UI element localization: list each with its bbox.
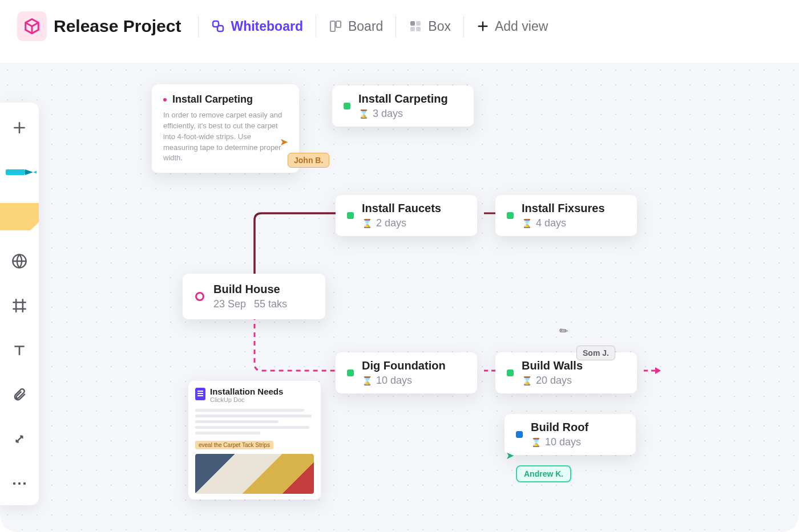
whiteboard-toolbar [0,103,39,505]
tab-add-view-label: Add view [495,19,548,34]
svg-rect-6 [410,27,415,31]
task-title: Build Walls [522,359,583,372]
doc-chip: eveal the Carpet Tack Strips [195,441,273,449]
task-card-carpeting[interactable]: Install Carpeting ⌛3 days [332,86,474,127]
project-icon [17,11,47,41]
status-icon [516,431,523,438]
svg-marker-19 [655,367,661,374]
task-card-walls[interactable]: Build Walls ⌛20 days [495,352,637,393]
hourglass-icon: ⌛ [522,218,532,229]
task-card-fixsures[interactable]: Install Fixsures ⌛4 days [495,195,637,236]
task-duration: 2 days [376,217,406,229]
parent-date: 23 Sep [213,298,246,310]
svg-marker-10 [33,170,37,174]
svg-rect-7 [416,27,421,31]
doc-icon [195,388,205,400]
note-title: Install Carpeting [172,94,253,105]
tab-whiteboard[interactable]: Whiteboard [198,15,316,38]
cursor-arrow-andrew: ➤ [506,449,514,462]
svg-marker-9 [25,169,33,175]
bullet-icon [163,98,167,101]
tab-board[interactable]: Board [316,15,396,38]
status-icon [507,369,514,376]
status-icon [347,212,354,219]
task-duration: 4 days [536,217,566,229]
connector-walls-next [644,366,661,377]
cursor-label-john: John B. [288,153,329,168]
task-duration: 3 days [373,108,403,120]
task-title: Install Faucets [362,202,441,215]
doc-preview-lines [195,409,314,434]
hourglass-icon: ⌛ [531,437,542,448]
tool-attachment[interactable] [6,381,33,408]
sticky-note-install-carpeting[interactable]: Install Carpeting In order to remove car… [152,84,299,173]
task-duration: 10 days [376,375,412,387]
tool-add[interactable] [6,114,33,141]
svg-rect-1 [217,26,223,31]
tab-add-view[interactable]: Add view [463,15,560,38]
tool-connector[interactable] [6,425,33,453]
parent-task-build-house[interactable]: Build House 23 Sep 55 taks [183,274,325,319]
svg-rect-2 [330,21,335,31]
status-icon [507,212,514,219]
doc-title: Installation Needs [210,387,283,396]
task-title: Build Roof [531,421,588,434]
doc-card-installation-needs[interactable]: Installation Needs ClickUp Doc eveal the… [188,381,321,499]
task-duration: 20 days [536,375,572,387]
svg-point-12 [13,482,15,485]
task-card-roof[interactable]: Build Roof ⌛10 days [505,414,636,455]
parent-title: Build House [213,283,287,296]
box-icon [409,19,422,33]
doc-thumbnail [195,454,314,494]
hourglass-icon: ⌛ [362,218,373,229]
status-icon [344,103,350,109]
task-card-foundation[interactable]: Dig Foundation ⌛10 days [336,352,477,393]
task-title: Install Fixsures [522,202,605,215]
tool-frame[interactable] [6,292,33,319]
view-tabs: Whiteboard Board Box Add view [198,15,560,38]
task-title: Dig Foundation [362,359,446,372]
tool-more[interactable] [6,470,33,497]
tab-board-label: Board [348,19,383,34]
ring-icon [195,292,204,301]
hourglass-icon: ⌛ [362,376,373,386]
svg-rect-3 [336,21,341,27]
tool-sticky-note[interactable] [0,203,39,230]
whiteboard-icon [211,19,225,33]
tool-text[interactable] [6,336,33,364]
cursor-arrow-john: ➤ [280,136,288,148]
svg-rect-5 [416,21,421,26]
tool-pen[interactable] [0,159,39,186]
task-title: Install Carpeting [358,92,448,105]
task-duration: 10 days [545,436,581,448]
whiteboard-canvas[interactable]: Install Carpeting In order to remove car… [0,63,799,532]
header-bar: Release Project Whiteboard Board Box [0,0,799,52]
doc-subtitle: ClickUp Doc [210,396,283,403]
plus-icon [477,20,489,33]
hourglass-icon: ⌛ [522,376,532,386]
cursor-label-andrew: Andrew K. [516,465,571,482]
note-body: In order to remove carpet easily and eff… [163,110,288,164]
board-icon [329,19,342,33]
parent-count: 55 taks [254,298,287,310]
tab-box-label: Box [428,19,451,34]
cursor-label-som: Som J. [576,346,615,360]
svg-point-14 [23,482,26,485]
svg-rect-4 [410,21,415,26]
tab-whiteboard-label: Whiteboard [231,19,303,34]
hourglass-icon: ⌛ [358,109,369,119]
cursor-pencil-som: ✎ [556,324,571,339]
tool-shape[interactable] [6,247,33,275]
tab-box[interactable]: Box [396,15,463,38]
project-title: Release Project [54,17,181,36]
svg-rect-8 [6,169,25,175]
status-icon [347,369,354,376]
task-card-faucets[interactable]: Install Faucets ⌛2 days [336,195,477,236]
svg-point-13 [18,482,21,485]
